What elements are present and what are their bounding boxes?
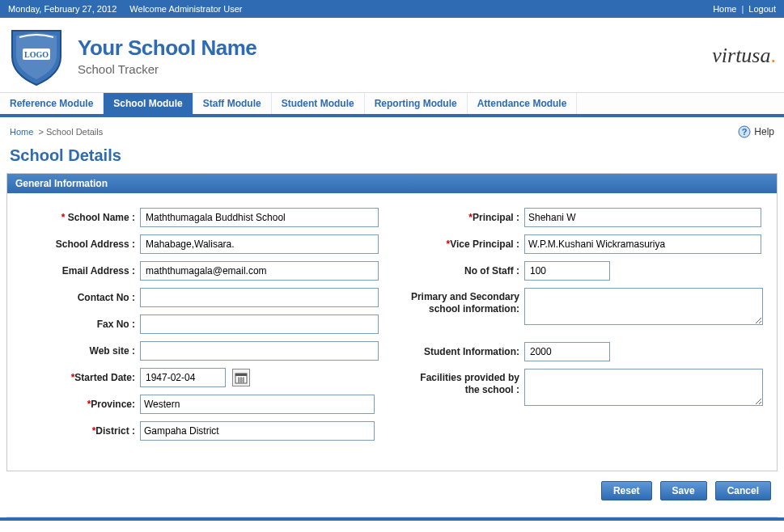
vice-principal-select[interactable]: W.P.M.Kushani Wickramasuriya (524, 234, 761, 254)
help-icon: ? (738, 125, 751, 138)
vendor-brand: virtusa. (712, 44, 776, 68)
action-buttons: Reset Save Cancel (0, 471, 784, 510)
started-date-input[interactable] (140, 368, 226, 387)
fax-input[interactable] (140, 315, 379, 334)
label-primary-secondary: Primary and Secondary school information… (411, 291, 519, 315)
label-contact: Contact No : (78, 292, 135, 303)
app-subtitle: School Tracker (78, 62, 256, 76)
header: LOGO Your School Name School Tracker vir… (0, 18, 784, 93)
tab-attendance-module[interactable]: Attendance Module (468, 93, 578, 114)
breadcrumb-current: School Details (46, 127, 103, 137)
save-button[interactable]: Save (660, 481, 707, 500)
logout-link[interactable]: Logout (748, 4, 776, 14)
breadcrumb-home[interactable]: Home (10, 127, 33, 137)
date-label: Monday, February 27, 2012 (8, 4, 117, 14)
contact-input[interactable] (140, 288, 379, 307)
primary-secondary-textarea[interactable] (524, 288, 763, 325)
label-fax: Fax No : (97, 319, 135, 330)
label-started: Started Date: (74, 372, 135, 383)
logo-shield-icon: LOGO (8, 24, 65, 87)
separator: | (741, 4, 744, 14)
school-address-input[interactable] (140, 234, 379, 254)
facilities-textarea[interactable] (524, 369, 763, 406)
district-select[interactable]: Gampaha District (140, 421, 375, 441)
tab-reporting-module[interactable]: Reporting Module (365, 93, 468, 114)
top-bar: Monday, February 27, 2012 Welcome Admini… (0, 0, 784, 18)
home-link[interactable]: Home (713, 4, 736, 14)
page-title: School Details (0, 141, 784, 173)
tab-reference-module[interactable]: Reference Module (0, 93, 104, 114)
svg-text:LOGO: LOGO (24, 50, 49, 59)
label-staff: No of Staff : (464, 265, 519, 277)
reset-button[interactable]: Reset (601, 481, 652, 500)
school-name-heading: Your School Name (78, 36, 256, 61)
calendar-icon[interactable] (232, 369, 250, 386)
email-input[interactable] (140, 261, 379, 281)
panel-header: General Information (7, 174, 777, 193)
tab-student-module[interactable]: Student Module (272, 93, 365, 114)
label-facilities: Facilities provided by the school : (420, 372, 519, 395)
website-input[interactable] (140, 341, 379, 361)
general-info-panel: General Information * School Name : Scho… (6, 173, 778, 471)
tab-school-module[interactable]: School Module (104, 93, 193, 114)
label-school-name: School Name : (68, 212, 135, 223)
label-website: Web site : (90, 345, 135, 357)
breadcrumb: Home > School Details (10, 127, 103, 137)
label-district: District : (95, 425, 135, 437)
principal-select[interactable]: Shehani W (524, 208, 761, 227)
label-principal: Principal : (473, 212, 519, 223)
label-email: Email Address : (62, 265, 135, 277)
label-school-address: School Address : (56, 239, 135, 250)
label-vice-principal: Vice Principal : (450, 239, 519, 250)
province-select[interactable]: Western (140, 395, 375, 414)
svg-rect-5 (235, 374, 247, 376)
help-button[interactable]: ? Help (738, 125, 774, 138)
help-label: Help (754, 126, 774, 137)
school-name-input[interactable] (140, 208, 379, 227)
welcome-label: Welcome Administrator User (129, 4, 242, 14)
student-info-input[interactable] (524, 342, 610, 361)
cancel-button[interactable]: Cancel (715, 481, 771, 500)
staff-input[interactable] (524, 261, 610, 281)
svg-text:?: ? (742, 127, 748, 137)
label-province: Province: (91, 399, 135, 410)
tab-staff-module[interactable]: Staff Module (193, 93, 272, 114)
footer: Copyright © 2012 Virtusa Corporation, AK… (0, 521, 784, 532)
main-tabs: Reference Module School Module Staff Mod… (0, 93, 784, 117)
label-student-info: Student Information: (424, 346, 519, 357)
